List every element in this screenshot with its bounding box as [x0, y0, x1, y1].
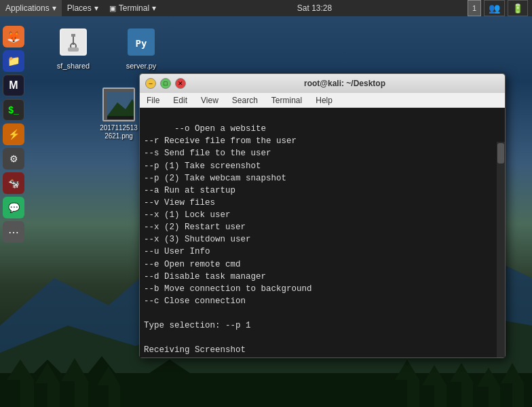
firefox-icon: 🦊	[7, 31, 20, 43]
sf-shared-label: sf_shared	[55, 61, 92, 71]
desktop-icon-server-py[interactable]: Py server.py	[114, 26, 168, 71]
screenshot-thumbnail	[102, 88, 135, 121]
terminal-label: Terminal	[119, 3, 149, 13]
svg-marker-9	[97, 366, 120, 407]
svg-rect-19	[68, 47, 79, 52]
minimize-button[interactable]: –	[145, 78, 156, 89]
sidebar: 🦊 📁 M $_ ⚡ ⚙ 🐄 💬 ⋯	[0, 20, 27, 243]
sf-shared-icon-img	[57, 26, 90, 58]
sidebar-icon-beef[interactable]: 🐄	[3, 172, 24, 194]
taskbar-left: Applications ▾ Places ▾ ▣ Terminal ▾	[0, 0, 162, 16]
terminal-dropdown-arrow: ▾	[152, 3, 156, 13]
battery-icon-button[interactable]: 🔋	[508, 0, 528, 16]
chat-icon: 💬	[8, 202, 20, 213]
sidebar-icon-firefox[interactable]: 🦊	[3, 26, 24, 47]
terminal2-icon: $_	[8, 104, 19, 115]
applications-label: Applications	[5, 3, 50, 13]
places-label: Places	[67, 3, 92, 13]
terminal-window: – □ ✕ root@kali: ~/Desktop File Edit Vie…	[139, 73, 506, 358]
svg-marker-10	[395, 360, 419, 407]
workspace-indicator[interactable]: 1	[468, 0, 481, 16]
terminal-icon: ▣	[109, 4, 116, 13]
svg-rect-16	[71, 34, 75, 37]
screenshot-icon-img	[102, 88, 135, 121]
places-dropdown-arrow: ▾	[94, 3, 98, 13]
sidebar-icon-terminal[interactable]: $_	[3, 99, 24, 121]
burp-icon: ⚡	[8, 129, 20, 140]
beef-icon: 🐄	[8, 178, 20, 189]
svg-marker-12	[450, 363, 473, 407]
svg-marker-14	[501, 363, 524, 407]
terminal-menu-view[interactable]: View	[198, 95, 221, 106]
terminal-title: root@kali: ~/Desktop	[190, 79, 499, 88]
svg-marker-5	[0, 356, 532, 407]
svg-marker-7	[35, 363, 60, 407]
minimize-icon: –	[149, 80, 152, 87]
zap-icon: ⚙	[10, 153, 18, 164]
sidebar-icon-metasploit[interactable]: M	[3, 75, 24, 96]
metasploit-icon: M	[9, 79, 18, 92]
terminal-menu-edit[interactable]: Edit	[170, 95, 190, 106]
python-icon: Py	[128, 28, 155, 56]
places-menu[interactable]: Places ▾	[62, 0, 104, 16]
sidebar-icon-chat[interactable]: 💬	[3, 197, 24, 218]
taskbar-right: 1 👥 🔋	[468, 0, 532, 16]
svg-marker-8	[61, 358, 88, 407]
apps-grid-icon: ⋯	[8, 226, 20, 239]
sidebar-icon-apps[interactable]: ⋯	[3, 221, 24, 243]
svg-marker-6	[7, 360, 34, 407]
terminal-menu-search[interactable]: Search	[229, 95, 261, 106]
terminal-menu[interactable]: ▣ Terminal ▾	[104, 0, 162, 16]
close-icon: ✕	[178, 80, 183, 87]
desktop: Applications ▾ Places ▾ ▣ Terminal ▾ Sat…	[0, 0, 532, 407]
scrollbar-thumb[interactable]	[497, 143, 504, 163]
svg-text:Py: Py	[136, 38, 147, 49]
maximize-icon: □	[164, 80, 167, 87]
sidebar-icon-burp[interactable]: ⚡	[3, 123, 24, 145]
terminal-menu-file[interactable]: File	[144, 95, 162, 106]
files-icon: 📁	[7, 55, 20, 67]
terminal-titlebar: – □ ✕ root@kali: ~/Desktop	[140, 74, 505, 93]
server-py-icon-img: Py	[125, 26, 157, 58]
terminal-menu-terminal[interactable]: Terminal	[269, 95, 305, 106]
applications-dropdown-arrow: ▾	[52, 3, 56, 13]
terminal-menubar: File Edit View Search Terminal Help	[140, 93, 505, 108]
terminal-menu-help[interactable]: Help	[313, 95, 335, 106]
scrollbar-track[interactable]	[497, 142, 505, 357]
maximize-button[interactable]: □	[160, 78, 171, 89]
svg-marker-13	[477, 368, 500, 407]
taskbar: Applications ▾ Places ▾ ▣ Terminal ▾ Sat…	[0, 0, 532, 16]
svg-marker-11	[422, 365, 446, 407]
server-py-label: server.py	[124, 61, 159, 71]
people-icon-button[interactable]: 👥	[484, 0, 505, 16]
svg-rect-25	[107, 116, 135, 119]
applications-menu[interactable]: Applications ▾	[0, 0, 62, 16]
terminal-content[interactable]: --o Open a website --r Receive file from…	[140, 108, 505, 357]
screenshot-label: 20171125132621.png	[98, 123, 140, 141]
desktop-icon-sf-shared[interactable]: sf_shared	[46, 26, 100, 71]
close-button[interactable]: ✕	[175, 78, 186, 89]
terminal-output: --o Open a website --r Receive file from…	[144, 124, 322, 357]
sidebar-icon-zap[interactable]: ⚙	[3, 148, 24, 170]
usb-icon	[60, 28, 87, 56]
taskbar-datetime: Sat 13:28	[162, 3, 468, 13]
sidebar-icon-files[interactable]: 📁	[3, 50, 24, 72]
